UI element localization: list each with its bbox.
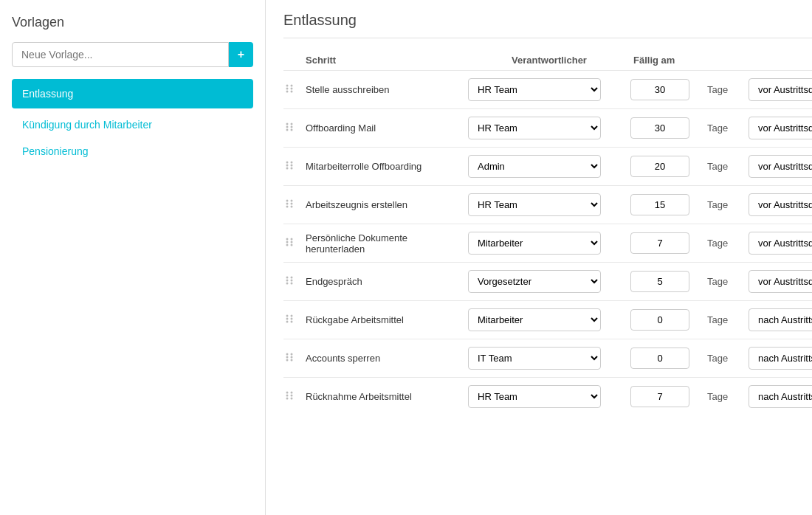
- svg-point-28: [291, 241, 293, 243]
- responsible-select-wrapper: HR TeamAdminMitarbeiterVorgesetzterIT Te…: [468, 347, 630, 370]
- days-input[interactable]: [630, 232, 689, 254]
- step-name: Accounts sperren: [306, 353, 468, 364]
- table-row: Persönliche Dokumente herunterladenHR Te…: [283, 224, 812, 262]
- responsible-select[interactable]: HR TeamAdminMitarbeiterVorgesetzterIT Te…: [468, 155, 601, 178]
- svg-point-10: [291, 126, 293, 128]
- svg-point-33: [291, 277, 293, 279]
- svg-point-21: [291, 200, 293, 202]
- responsible-select[interactable]: HR TeamAdminMitarbeiterVorgesetzterIT Te…: [468, 193, 601, 216]
- table-row: Stelle ausschreibenHR TeamAdminMitarbeit…: [283, 70, 812, 108]
- sidebar-item-kuendigung[interactable]: Kündigung durch Mitarbeiter: [12, 111, 253, 138]
- step-name: Mitarbeiterrolle Offboarding: [306, 161, 468, 172]
- drag-handle[interactable]: [283, 121, 306, 135]
- responsible-select-wrapper: HR TeamAdminMitarbeiterVorgesetzterIT Te…: [468, 117, 630, 139]
- sidebar-title: Vorlagen: [12, 15, 253, 30]
- date-select[interactable]: vor Austrittsdanach Austrittsd: [749, 232, 812, 255]
- responsible-select-wrapper: HR TeamAdminMitarbeiterVorgesetzterIT Te…: [468, 78, 630, 101]
- svg-point-34: [291, 280, 293, 282]
- add-template-button[interactable]: +: [229, 42, 253, 67]
- table-row: Accounts sperrenHR TeamAdminMitarbeiterV…: [283, 339, 812, 377]
- svg-point-7: [286, 126, 289, 128]
- svg-point-8: [286, 129, 289, 131]
- days-input[interactable]: [630, 79, 689, 100]
- drag-handle[interactable]: [283, 159, 306, 173]
- drag-handle[interactable]: [283, 198, 306, 212]
- svg-point-6: [286, 123, 289, 125]
- drag-handle[interactable]: [283, 83, 306, 97]
- svg-point-3: [291, 85, 293, 87]
- drag-handle[interactable]: [283, 313, 306, 327]
- step-name: Persönliche Dokumente herunterladen: [306, 232, 468, 255]
- step-name: Stelle ausschreiben: [306, 84, 468, 95]
- svg-point-1: [286, 88, 289, 90]
- step-name: Arbeitszeugnis erstellen: [306, 199, 468, 210]
- date-select[interactable]: vor Austrittsdanach Austrittsd: [749, 385, 812, 408]
- step-name: Rückgabe Arbeitsmittel: [306, 314, 468, 325]
- sidebar-item-pensionierung[interactable]: Pensionierung: [12, 138, 253, 165]
- svg-point-42: [286, 353, 289, 356]
- date-select[interactable]: vor Austrittsdanach Austrittsd: [749, 308, 812, 331]
- tage-label: Tage: [704, 314, 749, 325]
- days-input[interactable]: [630, 156, 689, 177]
- svg-point-17: [291, 167, 293, 170]
- tage-label: Tage: [704, 84, 749, 95]
- svg-point-37: [286, 318, 289, 320]
- responsible-select[interactable]: HR TeamAdminMitarbeiterVorgesetzterIT Te…: [468, 232, 601, 255]
- main-header: Entlassung ✏ ⧉ 🗑: [283, 12, 812, 38]
- drag-handle[interactable]: [283, 236, 306, 250]
- drag-handle[interactable]: [283, 351, 306, 365]
- svg-point-18: [286, 200, 289, 202]
- step-name: Endgespräch: [306, 276, 468, 287]
- date-select[interactable]: vor Austrittsdanach Austrittsd: [749, 270, 812, 293]
- new-template-input[interactable]: [12, 42, 229, 67]
- table-row: Rückgabe ArbeitsmittelHR TeamAdminMitarb…: [283, 300, 812, 339]
- table-row: Rücknahme ArbeitsmittelHR TeamAdminMitar…: [283, 377, 812, 415]
- svg-point-20: [286, 206, 289, 208]
- step-name: Offboarding Mail: [306, 122, 468, 134]
- responsible-select[interactable]: HR TeamAdminMitarbeiterVorgesetzterIT Te…: [468, 385, 601, 408]
- date-select[interactable]: vor Austrittsdanach Austrittsd: [749, 117, 812, 139]
- days-input[interactable]: [630, 309, 689, 331]
- date-select[interactable]: vor Austrittsdanach Austrittsd: [749, 78, 812, 101]
- svg-point-40: [291, 318, 293, 320]
- svg-point-48: [286, 392, 289, 394]
- svg-point-39: [291, 315, 293, 317]
- responsible-select[interactable]: HR TeamAdminMitarbeiterVorgesetzterIT Te…: [468, 78, 601, 101]
- responsible-select[interactable]: HR TeamAdminMitarbeiterVorgesetzterIT Te…: [468, 308, 601, 331]
- tage-label: Tage: [704, 161, 749, 172]
- drag-handle[interactable]: [283, 274, 306, 288]
- svg-point-2: [286, 91, 289, 93]
- responsible-select-wrapper: HR TeamAdminMitarbeiterVorgesetzterIT Te…: [468, 193, 630, 216]
- responsible-select[interactable]: HR TeamAdminMitarbeiterVorgesetzterIT Te…: [468, 270, 601, 293]
- date-select[interactable]: vor Austrittsdanach Austrittsd: [749, 193, 812, 216]
- days-input[interactable]: [630, 386, 689, 407]
- svg-point-46: [291, 356, 293, 359]
- sidebar-item-entlassung[interactable]: Entlassung: [12, 79, 253, 108]
- tage-label: Tage: [704, 391, 749, 402]
- responsible-select-wrapper: HR TeamAdminMitarbeiterVorgesetzterIT Te…: [468, 232, 630, 255]
- new-template-row: +: [12, 42, 253, 67]
- svg-point-43: [286, 356, 289, 359]
- responsible-select-wrapper: HR TeamAdminMitarbeiterVorgesetzterIT Te…: [468, 155, 630, 178]
- tage-label: Tage: [704, 353, 749, 364]
- days-input[interactable]: [630, 117, 689, 139]
- date-select[interactable]: vor Austrittsdanach Austrittsd: [749, 347, 812, 370]
- svg-point-25: [286, 241, 289, 243]
- step-name: Rücknahme Arbeitsmittel: [306, 391, 468, 402]
- table-row: Mitarbeiterrolle OffboardingHR TeamAdmin…: [283, 147, 812, 185]
- svg-point-5: [291, 91, 293, 93]
- days-input[interactable]: [630, 194, 689, 215]
- tage-label: Tage: [704, 122, 749, 134]
- svg-point-16: [291, 165, 293, 167]
- tage-label: Tage: [704, 276, 749, 287]
- table-row: EndgesprächHR TeamAdminMitarbeiterVorges…: [283, 262, 812, 300]
- drag-handle[interactable]: [283, 390, 306, 404]
- date-select[interactable]: vor Austrittsdanach Austrittsd: [749, 155, 812, 178]
- svg-point-51: [291, 392, 293, 394]
- svg-point-13: [286, 165, 289, 167]
- days-input[interactable]: [630, 271, 689, 292]
- svg-point-0: [286, 85, 289, 87]
- days-input[interactable]: [630, 348, 689, 369]
- responsible-select[interactable]: HR TeamAdminMitarbeiterVorgesetzterIT Te…: [468, 347, 601, 370]
- responsible-select[interactable]: HR TeamAdminMitarbeiterVorgesetzterIT Te…: [468, 117, 601, 139]
